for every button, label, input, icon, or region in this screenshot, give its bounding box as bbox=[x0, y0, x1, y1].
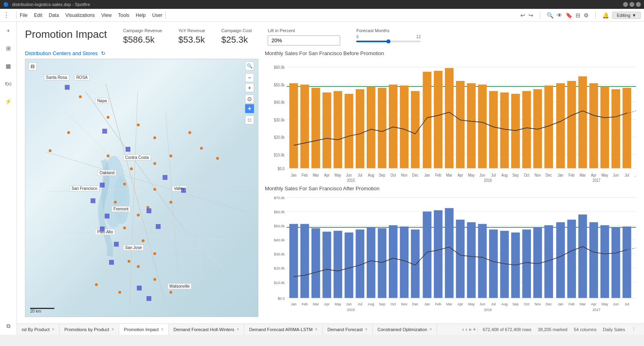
minimize-btn[interactable] bbox=[623, 2, 628, 7]
menu-edit[interactable]: Edit bbox=[34, 12, 42, 18]
menu-help[interactable]: Help bbox=[136, 12, 146, 18]
svg-line-10 bbox=[166, 112, 178, 272]
tab-close-icon[interactable]: × bbox=[365, 327, 367, 332]
eye-icon[interactable]: 👁 bbox=[557, 12, 562, 19]
sidebar-formula-btn[interactable]: f(x) bbox=[3, 78, 14, 89]
map-refresh-icon[interactable]: ↻ bbox=[101, 50, 105, 56]
close-btn[interactable] bbox=[636, 2, 641, 7]
label-fremont: Fremont bbox=[111, 206, 130, 212]
status-marked: 38,205 marked bbox=[538, 327, 567, 332]
search-icon[interactable]: 🔍 bbox=[547, 12, 553, 19]
kpi-campaign-cost-value: $25.3k bbox=[221, 35, 252, 45]
status-menu-icon[interactable]: ⋮ bbox=[632, 327, 636, 332]
svg-text:Aug: Aug bbox=[502, 302, 508, 306]
map-search-btn[interactable]: 🔍 bbox=[245, 62, 254, 70]
svg-text:Oct: Oct bbox=[390, 173, 396, 177]
menu-view[interactable]: View bbox=[101, 12, 112, 18]
tab-demand-arima-lstm[interactable]: Demand Forecast ARIMA-LSTM × bbox=[244, 324, 323, 335]
tab-close-icon[interactable]: × bbox=[237, 327, 239, 332]
bookmark-icon[interactable]: 🔖 bbox=[566, 12, 572, 19]
menu-user[interactable]: User bbox=[152, 12, 162, 18]
map-scale: 20 km bbox=[30, 308, 54, 313]
dist-center bbox=[181, 188, 186, 193]
tab-promotions-by-product[interactable]: Promotions by Product × bbox=[60, 324, 119, 335]
window-title: distribution-logistics-sales.dxp - Spotf… bbox=[12, 2, 90, 7]
maximize-btn[interactable] bbox=[630, 2, 634, 7]
tab-next-btn[interactable]: › bbox=[466, 327, 467, 332]
toolbar-right: ↩ ↪ 🔍 👁 🔖 ⊟ ⚙ 🔔 Editing ▼ bbox=[520, 12, 641, 19]
svg-text:$0.0: $0.0 bbox=[278, 166, 285, 171]
svg-text:Jun: Jun bbox=[613, 302, 619, 306]
bell-icon[interactable]: 🔔 bbox=[602, 12, 609, 19]
map-zoom-out-btn[interactable]: − bbox=[245, 73, 254, 82]
svg-text:Jun: Jun bbox=[479, 173, 485, 177]
svg-rect-51 bbox=[556, 83, 565, 168]
tab-demand-forecast[interactable]: Demand Forecast × bbox=[323, 324, 373, 335]
settings-icon[interactable]: ⚙ bbox=[584, 12, 589, 19]
bottom-tabs: nd By Product × Promotions by Product × … bbox=[17, 323, 644, 335]
tab-promotion-impact[interactable]: Promotion Impact × bbox=[119, 324, 169, 335]
svg-rect-29 bbox=[312, 88, 320, 168]
svg-rect-39 bbox=[423, 72, 431, 168]
sidebar-grid-btn[interactable]: ⊞ bbox=[3, 43, 14, 54]
svg-rect-36 bbox=[389, 84, 398, 168]
menu-data[interactable]: Data bbox=[49, 12, 59, 18]
tab-demand-holt-winters[interactable]: Demand Forecast Holt-Winters × bbox=[169, 324, 244, 335]
map-rect-btn[interactable]: □ bbox=[245, 115, 254, 124]
svg-text:Feb: Feb bbox=[569, 302, 575, 306]
tab-brand-by-product[interactable]: nd By Product × bbox=[17, 324, 60, 335]
svg-text:2016: 2016 bbox=[484, 178, 492, 182]
map-title: Distribution Centers and Stores ↻ bbox=[25, 50, 258, 56]
svg-text:$20.0k: $20.0k bbox=[274, 266, 285, 270]
map-layers-btn[interactable]: ⊟ bbox=[29, 62, 37, 70]
svg-text:2015: 2015 bbox=[347, 178, 355, 182]
svg-rect-127 bbox=[478, 224, 487, 298]
lift-input[interactable] bbox=[268, 35, 340, 45]
svg-rect-118 bbox=[378, 228, 387, 298]
svg-text:Dec: Dec bbox=[545, 173, 552, 177]
slider-thumb[interactable] bbox=[386, 39, 390, 43]
tab-add-btn[interactable]: + bbox=[473, 327, 476, 332]
slider-track[interactable] bbox=[356, 41, 421, 42]
dist-center bbox=[114, 242, 119, 247]
tab-close-icon[interactable]: × bbox=[161, 327, 163, 332]
svg-point-1 bbox=[114, 176, 130, 224]
svg-text:Mar: Mar bbox=[446, 173, 452, 177]
separator bbox=[16, 12, 17, 19]
menu-tools[interactable]: Tools bbox=[118, 12, 129, 18]
sidebar-panel-btn[interactable]: ⧉ bbox=[3, 320, 14, 332]
filter-icon[interactable]: ⊟ bbox=[576, 12, 580, 19]
tab-constrained-optimization[interactable]: Constrained Optimization × bbox=[373, 324, 437, 335]
window-controls[interactable] bbox=[623, 2, 641, 7]
svg-rect-55 bbox=[601, 86, 609, 168]
sidebar-chart-btn[interactable]: ▦ bbox=[3, 60, 14, 72]
svg-rect-117 bbox=[367, 227, 376, 298]
map-add-btn[interactable]: + bbox=[245, 104, 254, 113]
svg-text:Apr: Apr bbox=[591, 173, 597, 177]
svg-rect-136 bbox=[578, 214, 587, 298]
redo-btn[interactable]: ↪ bbox=[528, 12, 533, 19]
chart1-container: Monthly Sales For San Francisco Before P… bbox=[265, 50, 636, 182]
editing-dropdown[interactable]: ▼ bbox=[632, 13, 636, 18]
svg-text:$10.0k: $10.0k bbox=[274, 280, 285, 284]
undo-btn[interactable]: ↩ bbox=[520, 12, 525, 19]
sidebar-lightning-btn[interactable]: ⚡ bbox=[3, 96, 14, 107]
tab-prev-btn[interactable]: ‹ bbox=[462, 327, 464, 332]
map-center-btn[interactable]: ⊙ bbox=[245, 95, 254, 103]
tab-close-icon[interactable]: × bbox=[111, 327, 114, 332]
menu-file[interactable]: File bbox=[20, 12, 27, 18]
tab-first-btn[interactable]: « bbox=[469, 327, 472, 332]
status-rows: 672,408 of 672,408 rows bbox=[483, 327, 531, 332]
kpi-yoy-revenue: YoY Revenue $53.5k bbox=[178, 28, 205, 45]
app-menu-icon[interactable]: ⋮ bbox=[3, 11, 10, 19]
editing-label: Editing bbox=[617, 13, 630, 18]
menu-visualizations[interactable]: Visualizations bbox=[65, 12, 95, 18]
tab-close-icon[interactable]: × bbox=[429, 327, 432, 332]
tab-close-icon[interactable]: × bbox=[52, 327, 54, 332]
map-zoom-in-btn[interactable]: + bbox=[245, 83, 254, 92]
dist-center bbox=[156, 224, 161, 229]
svg-rect-37 bbox=[400, 86, 409, 169]
tab-close-icon[interactable]: × bbox=[315, 327, 318, 332]
map-container[interactable]: Santa Rosa ROSA Napa Contra Costa Oaklan… bbox=[25, 59, 258, 317]
sidebar-add-btn[interactable]: + bbox=[3, 25, 14, 36]
